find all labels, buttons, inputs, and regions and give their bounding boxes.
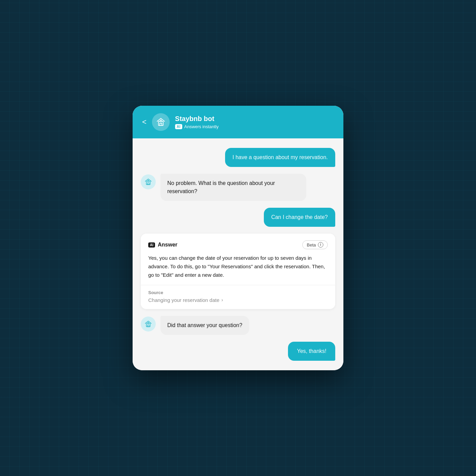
user-message-1: I have a question about my reservation. (225, 148, 335, 167)
ai-badge-row: AI Answers instantly (175, 124, 219, 129)
user-message-2: Can I change the date? (264, 208, 335, 227)
svg-rect-4 (148, 183, 149, 185)
house-icon-small (144, 178, 152, 186)
svg-point-2 (160, 120, 162, 121)
source-link-text: Changing your reservation date (148, 297, 219, 303)
chevron-right-icon: › (221, 297, 223, 303)
bot-message-1: No problem. What is the question about y… (160, 174, 306, 201)
chat-window: < Staybnb bot AI Answers instantly I hav… (133, 106, 343, 370)
chat-body: I have a question about my reservation. … (133, 138, 343, 370)
source-label: Source (148, 290, 328, 295)
svg-rect-3 (146, 182, 150, 185)
back-button[interactable]: < (142, 118, 147, 126)
house-icon-small-2 (144, 320, 152, 328)
bot-message-row-1: No problem. What is the question about y… (141, 174, 335, 201)
source-section: Source Changing your reservation date › (141, 285, 335, 309)
bot-avatar-small-2 (141, 317, 156, 332)
svg-rect-1 (160, 123, 162, 125)
svg-point-5 (148, 181, 149, 182)
house-icon (156, 117, 166, 127)
answer-header-left: AI Answer (148, 242, 177, 248)
svg-point-8 (148, 322, 149, 323)
bot-name: Staybnb bot (175, 115, 219, 123)
header-info: Staybnb bot AI Answers instantly (175, 115, 219, 129)
bot-message-2: Did that answer your question? (160, 316, 249, 335)
ai-answer-card: AI Answer Beta i Yes, you can change the… (141, 234, 335, 309)
source-link[interactable]: Changing your reservation date › (148, 297, 328, 303)
beta-badge: Beta i (302, 240, 328, 249)
header-subtitle: Answers instantly (184, 124, 219, 129)
answer-label: Answer (158, 242, 177, 248)
info-icon[interactable]: i (318, 242, 323, 248)
answer-top: AI Answer Beta i Yes, you can change the… (141, 234, 335, 285)
ai-badge: AI (175, 124, 182, 129)
bot-avatar-small-1 (141, 174, 156, 189)
beta-label: Beta (307, 242, 316, 248)
svg-rect-0 (158, 121, 163, 125)
svg-rect-6 (146, 323, 150, 327)
chat-header: < Staybnb bot AI Answers instantly (133, 106, 343, 138)
ai-badge-dark: AI (148, 242, 155, 248)
svg-rect-7 (148, 325, 149, 327)
bot-avatar-large (152, 113, 170, 131)
user-message-3: Yes, thanks! (288, 342, 335, 361)
bot-message-row-2: Did that answer your question? (141, 316, 335, 335)
answer-text: Yes, you can change the date of your res… (148, 254, 328, 279)
answer-header: AI Answer Beta i (148, 240, 328, 249)
